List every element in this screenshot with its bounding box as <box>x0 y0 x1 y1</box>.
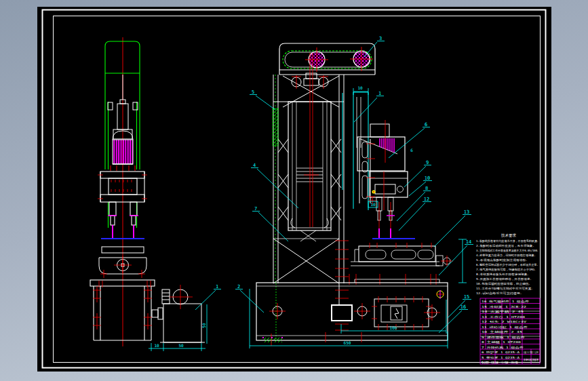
note-line: 11.工作台T型槽与主轴对中后方可夹紧。 <box>476 287 534 290</box>
bom-row: 8 主轴箱 1 HT200 <box>482 340 522 344</box>
notes-title: 技术要求 <box>501 233 517 238</box>
bom-row: 12 钻头 2 W18Cr4V <box>482 320 527 323</box>
dim-column-width: 10 <box>357 85 363 90</box>
dim-base-length: 650 <box>344 340 351 345</box>
motor-coil-hatch <box>113 140 133 164</box>
balloon-8: 8 <box>425 186 428 191</box>
note-line: 7.电气系统应接地可靠，绝缘电阻不小于1MΩ。 <box>476 268 537 271</box>
balloon-7: 7 <box>254 206 257 212</box>
dim-bolt-span: 100 <box>390 325 397 330</box>
note-line: 3.主轴轴线对工作台面垂直度误差不大于0.05/100。 <box>476 249 540 252</box>
dim-spindle-offset: 10 <box>370 202 376 207</box>
balloon-16: 16 <box>460 304 466 310</box>
balloon-5: 5 <box>252 89 254 95</box>
indicator-lamp-center <box>373 191 374 193</box>
balloon-3: 3 <box>379 36 382 41</box>
bom-footer: 多轴钻床总装配图 <box>524 358 538 361</box>
bom-row: 5 带轮罩 1 Q235-A <box>482 356 520 359</box>
cad-application-window: 10 50 50 10 6 10 100 650 3 <box>0 0 588 381</box>
dim-head-gap: 6 <box>410 148 413 153</box>
bom-row: 13 工作台 1 HT200 <box>482 315 526 319</box>
dim-pump-offset: 10 <box>154 343 159 348</box>
balloon-10: 10 <box>425 176 430 181</box>
dim-pump-height: 50 <box>201 323 206 328</box>
bom-row: 10 主轴组件 2 45 <box>482 330 523 334</box>
ladder-hatch-strip <box>273 108 278 146</box>
balloon-14: 14 <box>466 239 471 245</box>
balloon-12: 12 <box>424 197 429 202</box>
note-line: 9.外露加工表面涂防锈油，外表面涂漆。 <box>476 277 533 281</box>
bom-row: 6 防护罩 1 Q235-A <box>482 350 520 354</box>
bom-row: 15 冷却泵 1 JCB-22 <box>482 305 527 308</box>
dim-pump-width: 50 <box>178 343 184 348</box>
cad-drawing: 10 50 50 10 6 10 100 650 3 <box>0 0 588 381</box>
balloon-4: 4 <box>253 163 256 168</box>
balloon-6: 6 <box>425 122 427 127</box>
balloon-2: 2 <box>237 284 240 289</box>
technical-notes: 技术要求 1.装配前所有零件均应清洗干净，不得有毛刺铁屑。 2.装配时各运动部件… <box>476 233 540 296</box>
balloon-1: 1 <box>378 91 381 96</box>
balloon-13: 13 <box>464 209 469 215</box>
balloon-15: 15 <box>464 294 469 300</box>
drawing-canvas <box>37 7 551 372</box>
balloon-1b: 1 <box>216 284 218 289</box>
balloon-9: 9 <box>426 160 429 165</box>
